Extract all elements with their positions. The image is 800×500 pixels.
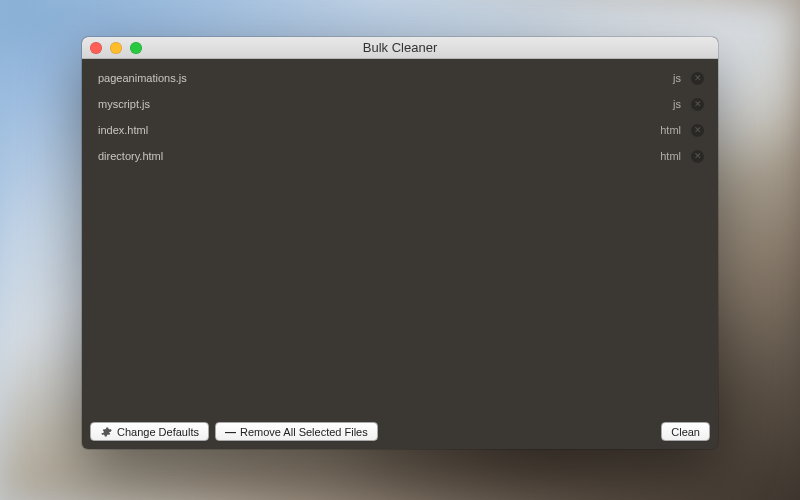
remove-file-icon[interactable]: ✕ xyxy=(691,124,704,137)
traffic-lights xyxy=(82,42,142,54)
change-defaults-button[interactable]: Change Defaults xyxy=(90,422,209,441)
minus-icon: — xyxy=(225,426,235,438)
file-row[interactable]: directory.htmlhtml✕ xyxy=(90,143,710,169)
file-name: index.html xyxy=(98,124,660,136)
remove-all-label: Remove All Selected Files xyxy=(240,426,368,438)
file-row[interactable]: pageanimations.jsjs✕ xyxy=(90,65,710,91)
file-name: myscript.js xyxy=(98,98,673,110)
clean-label: Clean xyxy=(671,426,700,438)
file-ext-badge: js xyxy=(673,98,681,110)
minimize-icon[interactable] xyxy=(110,42,122,54)
remove-all-button[interactable]: — Remove All Selected Files xyxy=(215,422,378,441)
file-list: pageanimations.jsjs✕myscript.jsjs✕index.… xyxy=(82,59,718,415)
zoom-icon[interactable] xyxy=(130,42,142,54)
close-icon[interactable] xyxy=(90,42,102,54)
remove-file-icon[interactable]: ✕ xyxy=(691,98,704,111)
gear-icon xyxy=(100,426,112,438)
clean-button[interactable]: Clean xyxy=(661,422,710,441)
file-name: directory.html xyxy=(98,150,660,162)
file-ext-badge: html xyxy=(660,150,681,162)
file-name: pageanimations.js xyxy=(98,72,673,84)
file-ext-badge: js xyxy=(673,72,681,84)
change-defaults-label: Change Defaults xyxy=(117,426,199,438)
titlebar[interactable]: Bulk Cleaner xyxy=(82,37,718,59)
file-ext-badge: html xyxy=(660,124,681,136)
file-row[interactable]: index.htmlhtml✕ xyxy=(90,117,710,143)
footer-toolbar: Change Defaults — Remove All Selected Fi… xyxy=(82,415,718,449)
window-title: Bulk Cleaner xyxy=(82,40,718,55)
remove-file-icon[interactable]: ✕ xyxy=(691,72,704,85)
remove-file-icon[interactable]: ✕ xyxy=(691,150,704,163)
app-window: Bulk Cleaner pageanimations.jsjs✕myscrip… xyxy=(82,37,718,449)
file-row[interactable]: myscript.jsjs✕ xyxy=(90,91,710,117)
